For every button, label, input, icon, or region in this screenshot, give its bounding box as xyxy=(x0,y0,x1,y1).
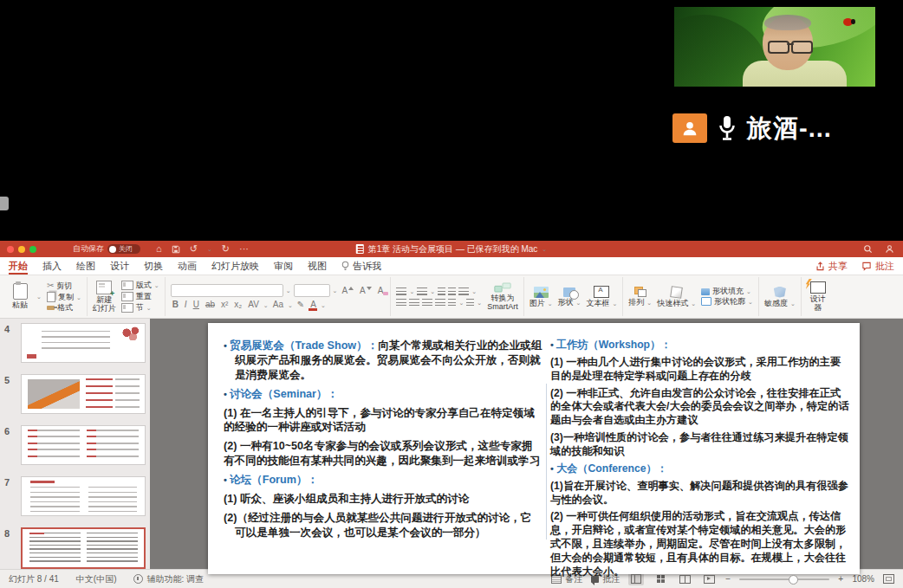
paste-button[interactable]: 粘贴 xyxy=(9,283,31,309)
tab-slideshow[interactable]: 幻灯片放映 xyxy=(211,257,259,275)
comments-button[interactable]: 批注 xyxy=(861,260,894,273)
scissors-icon: ✂ xyxy=(47,281,54,290)
section-button[interactable]: 节 ⌄ xyxy=(121,303,159,313)
thumbnail-slide-6[interactable]: 6 xyxy=(4,425,146,465)
grow-font-button[interactable]: A xyxy=(340,287,355,295)
close-window-button[interactable] xyxy=(7,246,14,253)
align-center-button[interactable] xyxy=(409,299,419,307)
undo-icon[interactable]: ↺ xyxy=(190,244,198,254)
slide-position-indicator: 幻灯片 8 / 41 xyxy=(9,573,59,585)
fit-slide-to-window-icon[interactable] xyxy=(883,574,894,584)
tab-design[interactable]: 设计 xyxy=(110,257,129,275)
thumbnail-slide-4[interactable]: 4 xyxy=(4,323,146,363)
character-spacing-button[interactable]: AV xyxy=(246,300,261,309)
text-direction-button[interactable] xyxy=(448,299,456,307)
ribbon: 粘贴 ⌄ ✂ 剪切 复制 ⌄ 格式 新建幻灯片 xyxy=(0,275,903,319)
font-name-combobox[interactable] xyxy=(171,284,283,297)
arrange-button[interactable]: 排列 ⌄ xyxy=(628,287,652,307)
font-name-chevron-icon: ⌄ xyxy=(286,288,291,294)
minimize-window-button[interactable] xyxy=(18,246,25,253)
font-color-button[interactable]: A xyxy=(309,300,318,309)
picture-button[interactable]: 图片 ⌄ xyxy=(529,287,553,307)
overlay-edge-tab[interactable] xyxy=(0,197,9,210)
redo-icon[interactable]: ↻ xyxy=(222,244,230,254)
bold-button[interactable]: B xyxy=(171,300,180,309)
underline-button[interactable]: U xyxy=(192,300,201,309)
zoom-percentage[interactable]: 108% xyxy=(852,574,874,584)
format-painter-button[interactable]: 格式 xyxy=(47,304,81,312)
clipboard-icon xyxy=(13,283,28,300)
thumbnail-slide-8-selected[interactable]: 8 xyxy=(4,527,146,569)
tab-review[interactable]: 审阅 xyxy=(274,257,293,275)
thumbnail-slide-5[interactable]: 5 xyxy=(4,374,146,414)
tab-insert[interactable]: 插入 xyxy=(42,257,62,275)
thumbnail-number: 6 xyxy=(4,425,17,465)
tab-tell-me[interactable]: 告诉我 xyxy=(341,257,381,275)
decrease-indent-button[interactable] xyxy=(438,288,445,295)
clear-formatting-button[interactable]: A xyxy=(376,287,386,295)
zoom-window-button[interactable] xyxy=(29,246,36,253)
text-highlight-button[interactable]: ✎ xyxy=(296,300,306,309)
cut-button[interactable]: ✂ 剪切 xyxy=(47,281,81,290)
undo-chevron-icon[interactable]: ⌄ xyxy=(207,246,212,252)
change-case-button[interactable]: Aa xyxy=(271,300,285,309)
justify-button[interactable] xyxy=(435,299,445,307)
accessibility-indicator[interactable]: 辅助功能: 调查 xyxy=(133,573,204,585)
slide-right-textbox[interactable]: 工作坊（Workshop）： (1) 一种由几个人进行集中讨论的会议形式，采用工… xyxy=(550,339,851,567)
designer-button[interactable]: 设计器 xyxy=(807,281,829,312)
thumbnail-slide-7[interactable]: 7 xyxy=(4,476,146,516)
align-left-button[interactable] xyxy=(396,299,406,307)
participant-name-row: 旅酒-... xyxy=(672,111,832,145)
search-icon[interactable] xyxy=(863,244,873,254)
slideshow-view-button[interactable] xyxy=(701,572,717,585)
shape-outline-button[interactable]: 形状轮廓 ⌄ xyxy=(701,297,753,306)
strikethrough-button[interactable]: ab xyxy=(204,300,217,309)
layout-button[interactable]: 版式 ⌄ xyxy=(121,281,159,290)
increase-indent-button[interactable] xyxy=(448,288,456,295)
copy-button[interactable]: 复制 ⌄ xyxy=(47,292,81,302)
convert-smartart-button[interactable]: 转换为SmartArt xyxy=(487,282,518,311)
save-icon[interactable] xyxy=(172,245,180,254)
new-slide-button[interactable]: 新建幻灯片 xyxy=(93,281,116,313)
home-icon[interactable]: ⌂ xyxy=(156,244,162,254)
line-spacing-button[interactable] xyxy=(458,288,469,295)
columns-button[interactable] xyxy=(466,299,474,307)
tab-home[interactable]: 开始 xyxy=(9,257,28,275)
title-chevron-icon[interactable]: ⌄ xyxy=(542,246,547,253)
slide-left-textbox[interactable]: 贸易展览会（Trade Show）：向某个常规或相关行业的企业或组织展示产品和服… xyxy=(224,339,542,567)
superscript-button[interactable]: x² xyxy=(219,300,230,309)
shapes-button[interactable]: 形状 ⌄ xyxy=(558,288,581,307)
sensitivity-button[interactable]: 敏感度 ⌄ xyxy=(764,287,796,307)
numbered-list-button[interactable] xyxy=(417,288,427,295)
zoom-slider[interactable] xyxy=(739,578,829,580)
share-button[interactable]: 共享 xyxy=(815,260,848,273)
paragraph-group: ⌄ ⌄ ⌄ ⌄ ⌄ xyxy=(391,277,523,316)
subscript-button[interactable]: x₂ xyxy=(232,300,244,309)
italic-button[interactable]: I xyxy=(183,300,189,309)
bullet-chevron-icon: ⌄ xyxy=(409,288,414,294)
shape-fill-button[interactable]: 形状填充 ⌄ xyxy=(701,288,753,295)
font-size-combobox[interactable] xyxy=(294,284,330,297)
copy-icon xyxy=(47,292,55,302)
quick-styles-button[interactable]: 快速样式 ⌄ xyxy=(657,287,696,307)
textbox-button[interactable]: 文本框 ⌄ xyxy=(586,286,617,307)
language-indicator[interactable]: 中文(中国) xyxy=(76,573,117,585)
more-commands-icon[interactable]: ··· xyxy=(239,244,249,254)
align-right-button[interactable] xyxy=(422,299,432,307)
share-icon xyxy=(815,262,825,271)
slide-8[interactable]: 贸易展览会（Trade Show）：向某个常规或相关行业的企业或组织展示产品和服… xyxy=(208,323,860,574)
autosave-toggle[interactable]: 自动保存 关闭 xyxy=(73,243,140,255)
webcam-video-tile[interactable] xyxy=(674,7,875,87)
tab-draw[interactable]: 绘图 xyxy=(76,257,95,275)
paste-chevron-icon[interactable]: ⌄ xyxy=(36,294,42,300)
reading-view-button[interactable] xyxy=(677,572,692,585)
tab-animations[interactable]: 动画 xyxy=(178,257,197,275)
designer-group: 设计器 xyxy=(802,277,835,316)
bullet-list-button[interactable] xyxy=(396,288,406,295)
reset-button[interactable]: 重置 xyxy=(121,292,159,301)
zoom-slider-knob[interactable] xyxy=(789,575,798,585)
tab-transitions[interactable]: 切换 xyxy=(144,257,163,275)
tab-view[interactable]: 视图 xyxy=(308,257,327,275)
account-icon[interactable] xyxy=(885,244,894,254)
shrink-font-button[interactable]: A xyxy=(358,287,374,295)
